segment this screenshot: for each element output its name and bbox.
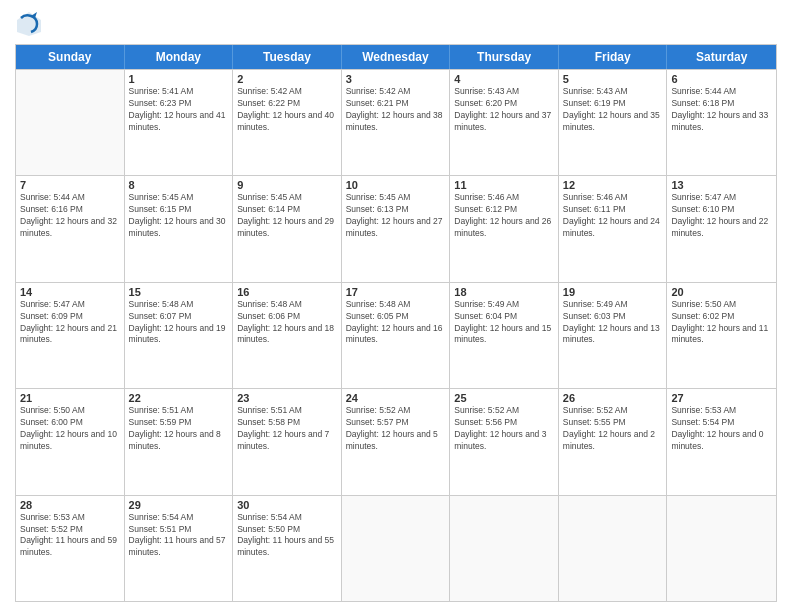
day-number: 6 — [671, 73, 772, 85]
day-number: 16 — [237, 286, 337, 298]
calendar-cell: 7 Sunrise: 5:44 AM Sunset: 6:16 PM Dayli… — [16, 176, 125, 281]
day-info: Sunrise: 5:51 AM Sunset: 5:58 PM Dayligh… — [237, 405, 337, 453]
day-number: 22 — [129, 392, 229, 404]
day-number: 15 — [129, 286, 229, 298]
day-number: 21 — [20, 392, 120, 404]
calendar-cell: 1 Sunrise: 5:41 AM Sunset: 6:23 PM Dayli… — [125, 70, 234, 175]
day-number: 11 — [454, 179, 554, 191]
calendar-row: 28 Sunrise: 5:53 AM Sunset: 5:52 PM Dayl… — [16, 495, 776, 601]
calendar-cell: 26 Sunrise: 5:52 AM Sunset: 5:55 PM Dayl… — [559, 389, 668, 494]
day-number: 23 — [237, 392, 337, 404]
day-info: Sunrise: 5:42 AM Sunset: 6:21 PM Dayligh… — [346, 86, 446, 134]
weekday-header: Monday — [125, 45, 234, 69]
calendar-cell: 28 Sunrise: 5:53 AM Sunset: 5:52 PM Dayl… — [16, 496, 125, 601]
calendar-cell: 17 Sunrise: 5:48 AM Sunset: 6:05 PM Dayl… — [342, 283, 451, 388]
weekday-header: Tuesday — [233, 45, 342, 69]
calendar-cell: 23 Sunrise: 5:51 AM Sunset: 5:58 PM Dayl… — [233, 389, 342, 494]
day-info: Sunrise: 5:46 AM Sunset: 6:11 PM Dayligh… — [563, 192, 663, 240]
calendar-cell: 18 Sunrise: 5:49 AM Sunset: 6:04 PM Dayl… — [450, 283, 559, 388]
day-info: Sunrise: 5:51 AM Sunset: 5:59 PM Dayligh… — [129, 405, 229, 453]
day-info: Sunrise: 5:50 AM Sunset: 6:02 PM Dayligh… — [671, 299, 772, 347]
calendar-cell — [450, 496, 559, 601]
day-info: Sunrise: 5:49 AM Sunset: 6:03 PM Dayligh… — [563, 299, 663, 347]
logo-icon — [15, 10, 43, 38]
day-number: 7 — [20, 179, 120, 191]
day-info: Sunrise: 5:46 AM Sunset: 6:12 PM Dayligh… — [454, 192, 554, 240]
calendar-cell: 12 Sunrise: 5:46 AM Sunset: 6:11 PM Dayl… — [559, 176, 668, 281]
day-info: Sunrise: 5:45 AM Sunset: 6:15 PM Dayligh… — [129, 192, 229, 240]
calendar-cell: 19 Sunrise: 5:49 AM Sunset: 6:03 PM Dayl… — [559, 283, 668, 388]
day-number: 17 — [346, 286, 446, 298]
calendar-cell: 2 Sunrise: 5:42 AM Sunset: 6:22 PM Dayli… — [233, 70, 342, 175]
calendar: SundayMondayTuesdayWednesdayThursdayFrid… — [15, 44, 777, 602]
day-info: Sunrise: 5:50 AM Sunset: 6:00 PM Dayligh… — [20, 405, 120, 453]
day-number: 13 — [671, 179, 772, 191]
weekday-header: Thursday — [450, 45, 559, 69]
calendar-row: 1 Sunrise: 5:41 AM Sunset: 6:23 PM Dayli… — [16, 69, 776, 175]
calendar-cell: 14 Sunrise: 5:47 AM Sunset: 6:09 PM Dayl… — [16, 283, 125, 388]
calendar-cell: 13 Sunrise: 5:47 AM Sunset: 6:10 PM Dayl… — [667, 176, 776, 281]
calendar-cell: 11 Sunrise: 5:46 AM Sunset: 6:12 PM Dayl… — [450, 176, 559, 281]
calendar-cell: 25 Sunrise: 5:52 AM Sunset: 5:56 PM Dayl… — [450, 389, 559, 494]
day-info: Sunrise: 5:47 AM Sunset: 6:10 PM Dayligh… — [671, 192, 772, 240]
day-number: 27 — [671, 392, 772, 404]
calendar-cell: 22 Sunrise: 5:51 AM Sunset: 5:59 PM Dayl… — [125, 389, 234, 494]
calendar-cell: 9 Sunrise: 5:45 AM Sunset: 6:14 PM Dayli… — [233, 176, 342, 281]
day-info: Sunrise: 5:49 AM Sunset: 6:04 PM Dayligh… — [454, 299, 554, 347]
day-info: Sunrise: 5:47 AM Sunset: 6:09 PM Dayligh… — [20, 299, 120, 347]
day-info: Sunrise: 5:52 AM Sunset: 5:56 PM Dayligh… — [454, 405, 554, 453]
day-info: Sunrise: 5:48 AM Sunset: 6:06 PM Dayligh… — [237, 299, 337, 347]
calendar-cell: 24 Sunrise: 5:52 AM Sunset: 5:57 PM Dayl… — [342, 389, 451, 494]
day-number: 20 — [671, 286, 772, 298]
calendar-cell — [342, 496, 451, 601]
day-number: 10 — [346, 179, 446, 191]
calendar-cell — [559, 496, 668, 601]
weekday-header: Wednesday — [342, 45, 451, 69]
calendar-cell: 15 Sunrise: 5:48 AM Sunset: 6:07 PM Dayl… — [125, 283, 234, 388]
day-info: Sunrise: 5:45 AM Sunset: 6:13 PM Dayligh… — [346, 192, 446, 240]
day-number: 12 — [563, 179, 663, 191]
day-info: Sunrise: 5:44 AM Sunset: 6:16 PM Dayligh… — [20, 192, 120, 240]
day-info: Sunrise: 5:53 AM Sunset: 5:54 PM Dayligh… — [671, 405, 772, 453]
calendar-body: 1 Sunrise: 5:41 AM Sunset: 6:23 PM Dayli… — [16, 69, 776, 601]
calendar-row: 21 Sunrise: 5:50 AM Sunset: 6:00 PM Dayl… — [16, 388, 776, 494]
calendar-cell — [667, 496, 776, 601]
day-number: 19 — [563, 286, 663, 298]
day-info: Sunrise: 5:43 AM Sunset: 6:19 PM Dayligh… — [563, 86, 663, 134]
calendar-cell — [16, 70, 125, 175]
day-number: 1 — [129, 73, 229, 85]
day-info: Sunrise: 5:44 AM Sunset: 6:18 PM Dayligh… — [671, 86, 772, 134]
calendar-cell: 16 Sunrise: 5:48 AM Sunset: 6:06 PM Dayl… — [233, 283, 342, 388]
day-info: Sunrise: 5:52 AM Sunset: 5:57 PM Dayligh… — [346, 405, 446, 453]
day-info: Sunrise: 5:42 AM Sunset: 6:22 PM Dayligh… — [237, 86, 337, 134]
day-number: 29 — [129, 499, 229, 511]
calendar-cell: 5 Sunrise: 5:43 AM Sunset: 6:19 PM Dayli… — [559, 70, 668, 175]
day-number: 18 — [454, 286, 554, 298]
calendar-cell: 21 Sunrise: 5:50 AM Sunset: 6:00 PM Dayl… — [16, 389, 125, 494]
calendar-cell: 4 Sunrise: 5:43 AM Sunset: 6:20 PM Dayli… — [450, 70, 559, 175]
calendar-cell: 6 Sunrise: 5:44 AM Sunset: 6:18 PM Dayli… — [667, 70, 776, 175]
day-info: Sunrise: 5:48 AM Sunset: 6:07 PM Dayligh… — [129, 299, 229, 347]
header — [15, 10, 777, 38]
calendar-row: 14 Sunrise: 5:47 AM Sunset: 6:09 PM Dayl… — [16, 282, 776, 388]
day-number: 3 — [346, 73, 446, 85]
weekday-header: Saturday — [667, 45, 776, 69]
day-info: Sunrise: 5:52 AM Sunset: 5:55 PM Dayligh… — [563, 405, 663, 453]
calendar-cell: 20 Sunrise: 5:50 AM Sunset: 6:02 PM Dayl… — [667, 283, 776, 388]
day-info: Sunrise: 5:45 AM Sunset: 6:14 PM Dayligh… — [237, 192, 337, 240]
day-number: 24 — [346, 392, 446, 404]
day-info: Sunrise: 5:41 AM Sunset: 6:23 PM Dayligh… — [129, 86, 229, 134]
weekday-header: Friday — [559, 45, 668, 69]
day-number: 9 — [237, 179, 337, 191]
day-number: 28 — [20, 499, 120, 511]
day-number: 14 — [20, 286, 120, 298]
weekday-header: Sunday — [16, 45, 125, 69]
day-info: Sunrise: 5:53 AM Sunset: 5:52 PM Dayligh… — [20, 512, 120, 560]
day-number: 5 — [563, 73, 663, 85]
calendar-header: SundayMondayTuesdayWednesdayThursdayFrid… — [16, 45, 776, 69]
page: SundayMondayTuesdayWednesdayThursdayFrid… — [0, 0, 792, 612]
calendar-cell: 3 Sunrise: 5:42 AM Sunset: 6:21 PM Dayli… — [342, 70, 451, 175]
calendar-cell: 30 Sunrise: 5:54 AM Sunset: 5:50 PM Dayl… — [233, 496, 342, 601]
calendar-cell: 10 Sunrise: 5:45 AM Sunset: 6:13 PM Dayl… — [342, 176, 451, 281]
day-number: 26 — [563, 392, 663, 404]
